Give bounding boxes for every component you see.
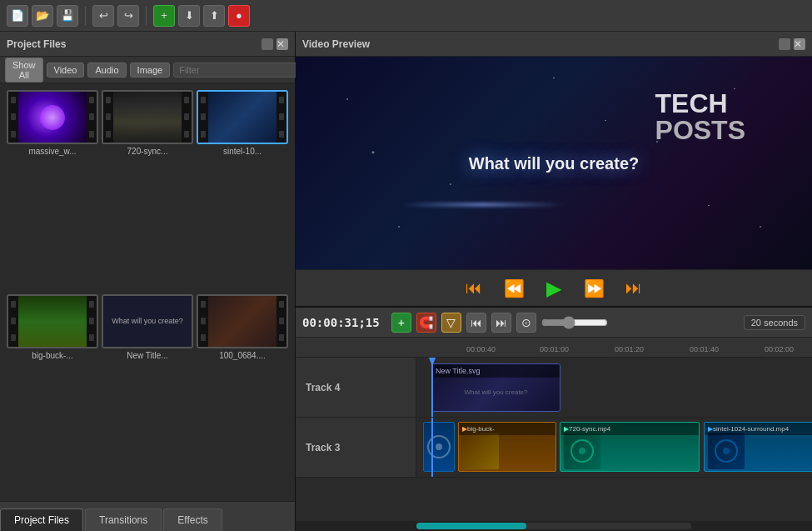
- audio-filter-button[interactable]: Audio: [87, 63, 126, 78]
- image-filter-button[interactable]: Image: [130, 63, 171, 78]
- header-icons: ✕: [262, 38, 288, 50]
- media-item-100-0684[interactable]: 100_0684....: [197, 294, 288, 495]
- rewind-button[interactable]: ⏮: [461, 275, 487, 302]
- play-button[interactable]: ▶: [541, 275, 567, 302]
- open-button[interactable]: 📂: [32, 5, 53, 27]
- media-thumb-big-buck: [7, 294, 98, 348]
- media-label-100-0684: 100_0684....: [197, 351, 288, 360]
- show-all-button[interactable]: Show All: [5, 58, 43, 83]
- right-panel: Video Preview ✕ What will you create? TE…: [296, 32, 812, 531]
- tab-effects[interactable]: Effects: [163, 508, 222, 531]
- thumb-bg: [208, 296, 276, 347]
- logo-tech: TECH: [655, 90, 745, 117]
- close-panel-icon[interactable]: ✕: [276, 38, 288, 50]
- left-panel: Project Files ✕ Show All Video Audio Ima…: [0, 32, 296, 531]
- timeline-scrollbar[interactable]: [296, 521, 812, 531]
- project-files-header: Project Files ✕: [0, 32, 295, 57]
- close-preview-icon[interactable]: ✕: [794, 38, 805, 50]
- fast-forward-button[interactable]: ⏭: [620, 275, 647, 302]
- film-hole: [89, 97, 94, 103]
- sintel-label-bar: ▶ sintel-1024-surround.mp4: [705, 423, 812, 435]
- media-item-sintel-10[interactable]: sintel-10...: [197, 90, 288, 291]
- playhead: [431, 358, 433, 417]
- 720-thumb: [564, 433, 600, 469]
- thumb-bg: [18, 92, 87, 143]
- film-strip-right: [87, 92, 97, 143]
- save-button[interactable]: 💾: [57, 5, 78, 27]
- minimize-preview-icon[interactable]: [779, 38, 790, 50]
- title-clip[interactable]: New Title.svg What will you create?: [431, 363, 560, 412]
- film-hole: [11, 131, 16, 138]
- timecode-display: 00:00:31;15: [302, 316, 380, 329]
- 720-label: 720-sync.mp4: [569, 425, 610, 433]
- clip-title-bar: New Title.svg: [432, 364, 560, 378]
- add-button[interactable]: +: [153, 5, 175, 27]
- app: 📄 📂 💾 ↩ ↪ + ⬇ ⬆ ● Project Files ✕ Show A…: [0, 0, 812, 531]
- ruler-mark-01-40: 00:01:40: [690, 345, 719, 353]
- media-item-new-title[interactable]: What will you create? New Title...: [102, 294, 193, 495]
- filter-track-button[interactable]: ▽: [441, 313, 461, 333]
- media-item-big-buck[interactable]: big-buck-...: [7, 294, 98, 495]
- video-area: What will you create? TECH POSTS: [296, 57, 812, 269]
- toolbar-separator-2: [146, 7, 147, 25]
- sintel-thumb: [708, 433, 745, 469]
- jump-end-button[interactable]: ⏭: [491, 313, 511, 333]
- remove-track-button[interactable]: 🧲: [416, 313, 436, 333]
- film-hole: [201, 97, 206, 103]
- track3-label: Track 3: [296, 418, 416, 477]
- undo-button[interactable]: ↩: [92, 5, 114, 27]
- export-button[interactable]: ⬆: [203, 5, 225, 27]
- scroll-thumb[interactable]: [416, 523, 526, 529]
- tab-project-files[interactable]: Project Files: [0, 508, 83, 531]
- new-button[interactable]: 📄: [7, 5, 28, 27]
- film-hole: [201, 131, 206, 138]
- landscape-graphic: [113, 92, 182, 143]
- film-hole: [11, 318, 16, 324]
- film-strip-left: [103, 92, 113, 143]
- preview-section: Video Preview ✕ What will you create? TE…: [296, 32, 812, 306]
- center-timeline-button[interactable]: ⊙: [516, 313, 536, 333]
- film-hole: [201, 334, 206, 341]
- next-frame-button[interactable]: ⏩: [580, 275, 607, 302]
- playhead-track3: [431, 418, 433, 477]
- prev-frame-button[interactable]: ⏪: [501, 275, 527, 302]
- 720-sync-clip[interactable]: ▶ 720-sync.mp4: [560, 422, 700, 472]
- media-item-720-sync[interactable]: 720-sync...: [102, 90, 193, 291]
- reel-icon-3: [715, 439, 738, 463]
- timeline-duration: 20 seconds: [744, 315, 805, 330]
- record-button[interactable]: ●: [228, 5, 250, 27]
- sintel-clip[interactable]: ▶ sintel-1024-surround.mp4: [704, 422, 812, 472]
- add-track-button[interactable]: +: [391, 313, 411, 333]
- filter-input[interactable]: [173, 63, 300, 78]
- film-hole: [201, 318, 206, 324]
- tab-transitions[interactable]: Transitions: [85, 508, 162, 531]
- film-hole: [184, 97, 189, 103]
- minimize-panel-icon[interactable]: [262, 38, 273, 50]
- thumb-bg: [113, 92, 182, 143]
- ruler-mark-01-00: 00:01:00: [540, 345, 569, 353]
- ruler-mark-01-20: 00:01:20: [615, 345, 644, 353]
- film-hole: [89, 301, 94, 308]
- jump-start-button[interactable]: ⏮: [466, 313, 486, 333]
- logo-posts: POSTS: [655, 117, 745, 143]
- 720-label-bar: ▶ 720-sync.mp4: [560, 423, 699, 435]
- track3-content: ▶ big-buck- ▶: [416, 418, 812, 477]
- orb-graphic: [40, 105, 65, 130]
- film-hole: [89, 334, 94, 341]
- ruler-mark-00-40: 00:00:40: [466, 345, 496, 353]
- media-label-massive-w: massive_w...: [7, 147, 98, 156]
- video-filter-button[interactable]: Video: [47, 63, 85, 78]
- film-hole: [89, 318, 94, 324]
- media-item-massive-w[interactable]: massive_w...: [7, 90, 98, 291]
- clip-title-label: New Title.svg: [436, 367, 481, 375]
- film-hole: [11, 334, 16, 341]
- reel-center-2: [579, 448, 585, 454]
- film-hole: [106, 131, 111, 138]
- zoom-slider[interactable]: [541, 316, 608, 329]
- big-buck-clip[interactable]: ▶ big-buck-: [458, 422, 556, 472]
- redo-button[interactable]: ↪: [117, 5, 139, 27]
- m-clip[interactable]: [423, 422, 455, 472]
- import-button[interactable]: ⬇: [178, 5, 200, 27]
- track3-row: Track 3: [296, 418, 812, 478]
- track4-label: Track 4: [296, 358, 416, 417]
